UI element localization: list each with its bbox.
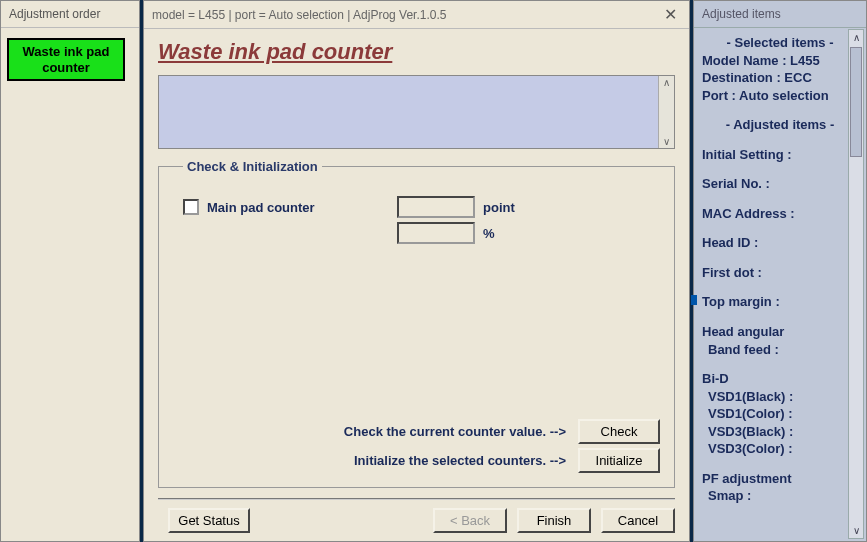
close-icon[interactable]: ✕ [660, 5, 681, 24]
vsd1-color-line: VSD1(Color) : [702, 405, 858, 423]
dialog-title-text: model = L455 | port = Auto selection | A… [152, 8, 446, 22]
bi-d-line: Bi-D [702, 370, 858, 388]
check-hint-text: Check the current counter value. --> [344, 424, 566, 439]
initialize-hint-text: Initialize the selected counters. --> [354, 453, 566, 468]
main-pad-percent-field[interactable] [397, 222, 475, 244]
adjustment-order-panel: Adjustment order Waste ink pad counter [0, 0, 140, 542]
get-status-button[interactable]: Get Status [168, 508, 250, 533]
dialog-titlebar: model = L455 | port = Auto selection | A… [144, 1, 689, 29]
check-initialization-legend: Check & Initialization [183, 159, 322, 174]
head-angular-line: Head angular [702, 323, 858, 341]
main-pad-checkbox[interactable] [183, 199, 199, 215]
initialize-button[interactable]: Initialize [578, 448, 660, 473]
head-id-line: Head ID : [702, 234, 858, 252]
main-pad-label: Main pad counter [207, 200, 397, 215]
destination-line: Destination : ECC [702, 69, 858, 87]
back-button[interactable]: < Back [433, 508, 507, 533]
adjusted-items-scrollbar[interactable]: ∧ ∨ [848, 29, 864, 539]
log-scrollbar[interactable]: ∧ ∨ [658, 76, 674, 148]
adjusted-items-body: - Selected items - Model Name : L455 Des… [694, 28, 866, 541]
page-title: Waste ink pad counter [158, 39, 675, 65]
scroll-up-icon[interactable]: ∧ [853, 30, 860, 45]
first-dot-line: First dot : [702, 264, 858, 282]
check-button[interactable]: Check [578, 419, 660, 444]
scroll-up-icon[interactable]: ∧ [663, 76, 670, 89]
selected-items-heading: - Selected items - [702, 34, 858, 52]
port-line: Port : Auto selection [702, 87, 858, 105]
scroll-thumb[interactable] [850, 47, 862, 157]
adjusted-items-header: Adjusted items [694, 1, 866, 28]
mac-address-line: MAC Address : [702, 205, 858, 223]
scroll-down-icon[interactable]: ∨ [663, 135, 670, 148]
point-unit-label: point [483, 200, 533, 215]
waste-ink-pad-counter-button[interactable]: Waste ink pad counter [7, 38, 125, 81]
vsd3-color-line: VSD3(Color) : [702, 440, 858, 458]
dialog-button-bar: Get Status < Back Finish Cancel [158, 498, 675, 533]
adjustment-order-header: Adjustment order [1, 1, 139, 28]
scroll-down-icon[interactable]: ∨ [853, 523, 860, 538]
main-dialog: model = L455 | port = Auto selection | A… [143, 0, 690, 542]
serial-no-line: Serial No. : [702, 175, 858, 193]
pf-adjustment-line: PF adjustment [702, 470, 858, 488]
adjusted-items-panel: Adjusted items - Selected items - Model … [693, 0, 867, 542]
initial-setting-line: Initial Setting : [702, 146, 858, 164]
main-pad-point-field[interactable] [397, 196, 475, 218]
check-initialization-group: Check & Initialization Main pad counter … [158, 159, 675, 488]
finish-button[interactable]: Finish [517, 508, 591, 533]
log-textarea[interactable]: ∧ ∨ [158, 75, 675, 149]
vsd3-black-line: VSD3(Black) : [702, 423, 858, 441]
main-pad-percent-row: % [397, 222, 660, 244]
vsd1-black-line: VSD1(Black) : [702, 388, 858, 406]
main-pad-row: Main pad counter point [183, 196, 660, 218]
band-feed-line: Band feed : [702, 341, 858, 359]
model-name-line: Model Name : L455 [702, 52, 858, 70]
smap-line: Smap : [702, 487, 858, 505]
adjusted-items-heading: - Adjusted items - [702, 116, 858, 134]
cancel-button[interactable]: Cancel [601, 508, 675, 533]
top-margin-line: Top margin : [702, 293, 858, 311]
percent-unit-label: % [483, 226, 533, 241]
